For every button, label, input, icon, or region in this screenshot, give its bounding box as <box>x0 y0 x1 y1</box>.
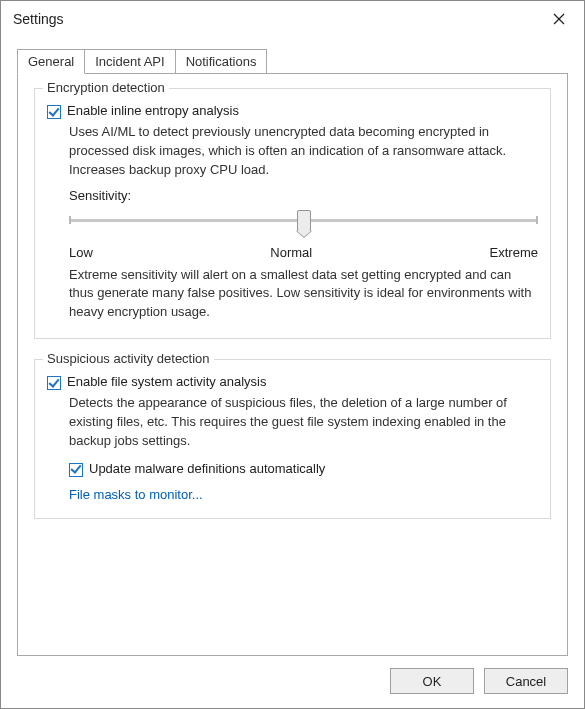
slider-thumb[interactable] <box>297 210 311 232</box>
enable-entropy-checkbox[interactable] <box>47 105 61 119</box>
sensitivity-section: Sensitivity: Low Normal Extreme <box>69 188 538 323</box>
ok-button[interactable]: OK <box>390 668 474 694</box>
tab-row: General Incident API Notifications <box>17 49 568 74</box>
enable-fs-analysis-label: Enable file system activity analysis <box>67 374 266 389</box>
auto-update-row: Update malware definitions automatically <box>69 461 538 477</box>
window-title: Settings <box>13 11 64 27</box>
close-icon <box>553 13 565 25</box>
encryption-detection-group: Encryption detection Enable inline entro… <box>34 88 551 339</box>
suspicious-activity-group: Suspicious activity detection Enable fil… <box>34 359 551 519</box>
slider-label-low: Low <box>69 245 93 260</box>
slider-label-extreme: Extreme <box>490 245 538 260</box>
sensitivity-note: Extreme sensitivity will alert on a smal… <box>69 266 538 323</box>
enable-entropy-row: Enable inline entropy analysis <box>47 103 538 119</box>
file-masks-link[interactable]: File masks to monitor... <box>69 487 203 502</box>
auto-update-checkbox[interactable] <box>69 463 83 477</box>
encryption-detection-legend: Encryption detection <box>43 80 169 95</box>
tab-general[interactable]: General <box>17 49 85 74</box>
enable-fs-analysis-checkbox[interactable] <box>47 376 61 390</box>
sensitivity-slider[interactable] <box>69 207 538 235</box>
suspicious-activity-legend: Suspicious activity detection <box>43 351 214 366</box>
settings-dialog: Settings General Incident API Notificati… <box>0 0 585 709</box>
auto-update-label: Update malware definitions automatically <box>89 461 325 476</box>
entropy-description: Uses AI/ML to detect previously unencryp… <box>69 123 538 180</box>
slider-label-normal: Normal <box>270 245 312 260</box>
enable-entropy-label: Enable inline entropy analysis <box>67 103 239 118</box>
tab-incident-api[interactable]: Incident API <box>84 49 175 74</box>
titlebar: Settings <box>1 1 584 37</box>
dialog-buttons: OK Cancel <box>17 656 568 694</box>
slider-labels: Low Normal Extreme <box>69 245 538 260</box>
close-button[interactable] <box>544 7 574 31</box>
fs-analysis-description: Detects the appearance of suspicious fil… <box>69 394 538 451</box>
client-area: General Incident API Notifications Encry… <box>1 37 584 708</box>
tab-panel-general: Encryption detection Enable inline entro… <box>17 73 568 656</box>
cancel-button[interactable]: Cancel <box>484 668 568 694</box>
sensitivity-label: Sensitivity: <box>69 188 538 203</box>
enable-fs-analysis-row: Enable file system activity analysis <box>47 374 538 390</box>
tab-notifications[interactable]: Notifications <box>175 49 268 74</box>
